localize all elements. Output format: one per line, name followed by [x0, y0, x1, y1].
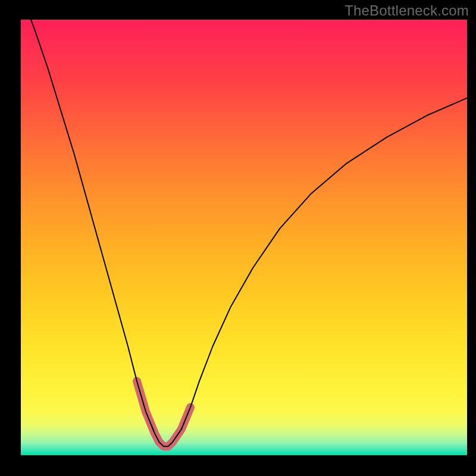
chart-svg: [21, 20, 467, 455]
main-curve-path: [21, 20, 467, 446]
main-path-group: [21, 20, 467, 446]
chart-frame: TheBottleneck.com: [0, 0, 476, 476]
highlight-path: [137, 381, 190, 447]
plot-area: [21, 20, 467, 455]
highlight-path-group: [137, 381, 190, 447]
watermark-text: TheBottleneck.com: [345, 2, 469, 19]
